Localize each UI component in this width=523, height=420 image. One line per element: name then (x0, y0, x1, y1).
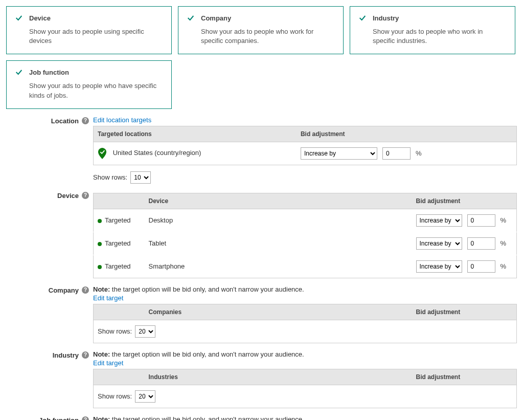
card-desc: Show your ads to people using specific d… (15, 27, 163, 46)
percent-label: % (501, 262, 507, 270)
status-dot-icon (98, 242, 102, 246)
col-companies: Companies (145, 304, 412, 320)
status-dot-icon (98, 219, 102, 223)
note-text: Note: the target option will be bid only… (93, 350, 517, 358)
help-icon[interactable]: ? (82, 416, 89, 420)
show-rows-select[interactable]: 20 (135, 325, 155, 338)
edit-target-link[interactable]: Edit target (93, 359, 123, 367)
check-icon (15, 14, 23, 22)
bid-value-input[interactable] (382, 147, 411, 160)
device-name: Desktop (145, 209, 412, 232)
card-device[interactable]: Device Show your ads to people using spe… (6, 6, 172, 54)
device-name: Smartphone (145, 255, 412, 278)
percent-label: % (501, 239, 507, 247)
col-bid-adjustment: Bid adjustment (297, 126, 517, 142)
section-company: Company ? Note: the target option will b… (6, 285, 517, 343)
status-text: Targeted (105, 262, 131, 270)
section-title: Job function (39, 416, 79, 420)
percent-label: % (501, 216, 507, 224)
bid-value-input[interactable] (467, 237, 495, 250)
bid-value-input[interactable] (467, 260, 495, 273)
show-rows-label: Show rows: (98, 392, 132, 400)
col-bid-adjustment: Bid adjustment (412, 304, 517, 320)
col-bid-adjustment: Bid adjustment (412, 193, 517, 209)
industry-table: Industries Bid adjustment (93, 369, 517, 385)
card-company[interactable]: Company Show your ads to people who work… (178, 6, 344, 54)
status-text: Targeted (105, 216, 131, 224)
section-title: Location (51, 117, 79, 125)
show-rows-label: Show rows: (98, 327, 132, 335)
location-name: United States (country/region) (113, 149, 201, 157)
location-table: Targeted locations Bid adjustment United… (93, 126, 517, 165)
col-status (94, 369, 145, 385)
device-name: Tablet (145, 232, 412, 255)
card-desc: Show your ads to people who work for spe… (187, 27, 335, 46)
show-rows-select[interactable]: 10 (130, 171, 151, 184)
note-text: Note: the target option will be bid only… (93, 415, 517, 420)
card-job-function[interactable]: Job function Show your ads to people who… (6, 60, 172, 108)
card-title: Industry (373, 14, 399, 22)
table-row: United States (country/region) Increase … (94, 142, 517, 165)
col-bid-adjustment: Bid adjustment (412, 369, 517, 385)
bid-value-input[interactable] (467, 214, 495, 227)
section-job-function: Job function ? Note: the target option w… (6, 415, 517, 420)
section-title: Industry (53, 351, 79, 359)
show-rows-label: Show rows: (93, 173, 127, 181)
edit-target-link[interactable]: Edit target (93, 294, 123, 302)
section-title: Company (49, 286, 79, 294)
section-location: Location ? Edit location targets Targete… (6, 116, 517, 184)
bid-op-select[interactable]: Increase by (416, 260, 462, 273)
status-dot-icon (98, 265, 102, 269)
help-icon[interactable]: ? (82, 351, 89, 359)
table-row: Targeted Desktop Increase by % (94, 209, 517, 232)
col-status (94, 193, 145, 209)
table-row: Targeted Tablet Increase by % (94, 232, 517, 255)
card-desc: Show your ads to people who have specifi… (15, 81, 163, 100)
help-icon[interactable]: ? (82, 286, 89, 294)
card-desc: Show your ads to people who work in spec… (358, 27, 507, 46)
target-cards: Device Show your ads to people using spe… (6, 6, 517, 109)
card-industry[interactable]: Industry Show your ads to people who wor… (350, 6, 515, 54)
section-device: Device ? Device Bid adjustment Targeted … (6, 191, 517, 278)
section-industry: Industry ? Note: the target option will … (6, 350, 517, 408)
card-title: Device (29, 14, 51, 22)
location-pin-icon (98, 148, 107, 159)
card-title: Company (201, 14, 231, 22)
percent-label: % (416, 149, 422, 157)
col-industries: Industries (145, 369, 412, 385)
card-title: Job function (29, 69, 69, 76)
help-icon[interactable]: ? (82, 192, 89, 199)
show-rows-select[interactable]: 20 (135, 390, 155, 403)
table-row: Targeted Smartphone Increase by % (94, 255, 517, 278)
check-icon (187, 14, 195, 22)
note-text: Note: the target option will be bid only… (93, 285, 517, 293)
status-text: Targeted (105, 239, 131, 247)
device-table: Device Bid adjustment Targeted Desktop I… (93, 193, 517, 278)
company-table: Companies Bid adjustment (93, 304, 517, 320)
section-title: Device (57, 192, 79, 200)
check-icon (358, 14, 367, 22)
help-icon[interactable]: ? (82, 117, 89, 124)
edit-location-link[interactable]: Edit location targets (93, 116, 151, 124)
col-device: Device (145, 193, 412, 209)
check-icon (15, 68, 23, 76)
col-targeted-locations: Targeted locations (94, 126, 297, 142)
bid-op-select[interactable]: Increase by (416, 214, 462, 227)
col-status (94, 304, 145, 320)
bid-op-select[interactable]: Increase by (301, 147, 377, 160)
bid-op-select[interactable]: Increase by (416, 237, 462, 250)
